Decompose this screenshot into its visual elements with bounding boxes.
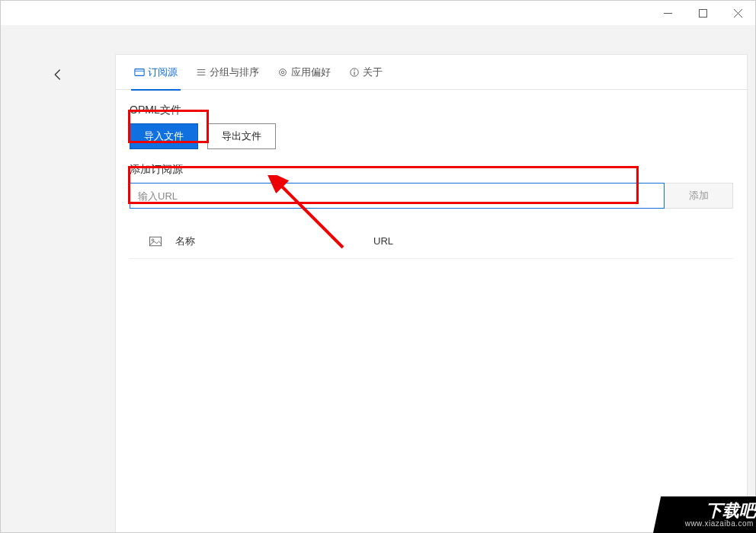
maximize-button[interactable] (685, 1, 720, 25)
tab-label: 应用偏好 (291, 65, 331, 79)
back-button[interactable] (51, 68, 65, 84)
close-button[interactable] (720, 1, 755, 25)
opml-label: OPML文件 (130, 104, 733, 117)
watermark: 下载吧 www.xiazaiba.com (653, 496, 756, 533)
tab-preferences[interactable]: 应用偏好 (268, 55, 340, 90)
tab-about[interactable]: 关于 (340, 55, 392, 90)
gear-icon (277, 67, 288, 78)
list-icon (196, 67, 207, 78)
body: 订阅源 分组与排序 应用偏好 (1, 25, 755, 532)
add-feed-label: 添加订阅源 (130, 163, 733, 177)
image-icon (130, 236, 175, 247)
tab-label: 关于 (363, 65, 383, 79)
column-url: URL (373, 235, 733, 247)
tab-subscriptions[interactable]: 订阅源 (125, 55, 187, 90)
app-window: 订阅源 分组与排序 应用偏好 (0, 0, 756, 533)
back-column (1, 54, 115, 532)
info-icon (349, 67, 360, 78)
feed-icon (134, 67, 145, 78)
svg-rect-4 (135, 69, 144, 75)
import-file-button[interactable]: 导入文件 (130, 123, 198, 149)
export-file-button[interactable]: 导出文件 (207, 123, 276, 149)
watermark-title: 下载吧 (706, 503, 756, 519)
column-name: 名称 (175, 235, 373, 248)
svg-rect-1 (699, 9, 706, 17)
feed-table-header: 名称 URL (130, 224, 733, 259)
tab-bar: 订阅源 分组与排序 应用偏好 (116, 55, 747, 90)
add-feed-button[interactable]: 添加 (665, 183, 733, 209)
tab-label: 分组与排序 (210, 65, 259, 79)
minimize-button[interactable] (650, 1, 685, 25)
settings-panel: 订阅源 分组与排序 应用偏好 (115, 54, 748, 532)
svg-point-10 (281, 71, 284, 74)
tab-content: OPML文件 导入文件 导出文件 添加订阅源 添加 名称 URL (116, 90, 747, 259)
svg-point-15 (152, 238, 154, 241)
titlebar (1, 1, 755, 25)
watermark-url: www.xiazaiba.com (684, 519, 753, 528)
opml-button-row: 导入文件 导出文件 (130, 123, 733, 149)
tab-grouping[interactable]: 分组与排序 (187, 55, 268, 90)
svg-point-13 (354, 69, 355, 71)
svg-point-9 (280, 69, 287, 75)
add-feed-row: 添加 (130, 183, 733, 209)
url-input[interactable] (130, 183, 665, 209)
tab-label: 订阅源 (148, 65, 178, 79)
svg-rect-14 (149, 237, 161, 246)
